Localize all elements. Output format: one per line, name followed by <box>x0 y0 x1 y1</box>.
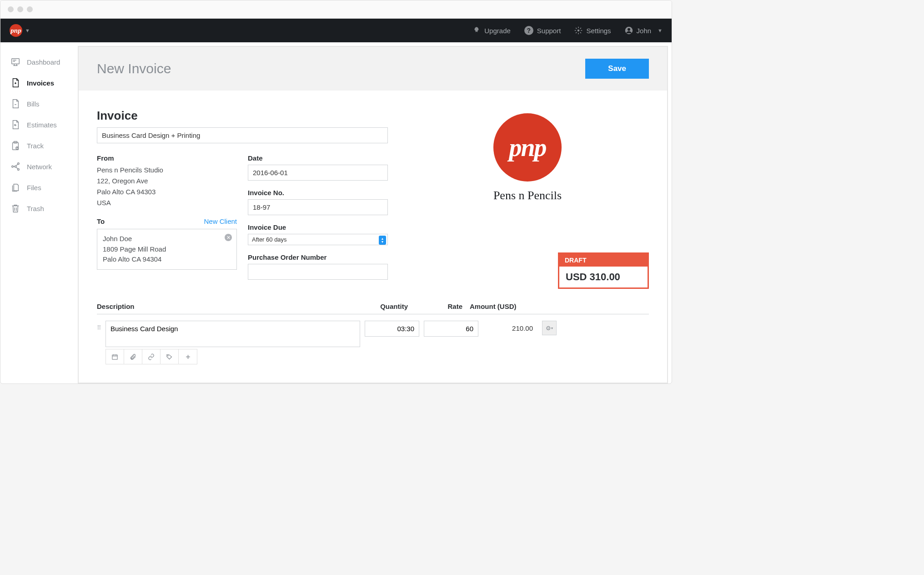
bills-icon <box>10 99 20 109</box>
total-amount: USD 310.00 <box>559 267 648 288</box>
sidebar-item-label: Trash <box>27 205 44 212</box>
sidebar-item-label: Files <box>27 184 41 192</box>
sidebar-item-track[interactable]: Track <box>0 135 78 156</box>
po-label: Purchase Order Number <box>248 253 388 261</box>
support-label: Support <box>537 27 561 35</box>
status-badge: DRAFT <box>559 254 648 267</box>
rocket-icon <box>472 26 481 35</box>
clear-client-icon[interactable]: ✕ <box>225 234 232 241</box>
invoice-due-select[interactable] <box>248 234 388 245</box>
to-line: John Doe <box>103 234 231 244</box>
date-input[interactable] <box>248 165 388 181</box>
dashboard-icon <box>10 57 20 67</box>
svg-point-12 <box>168 355 168 356</box>
page-title: New Invoice <box>97 61 171 76</box>
invoice-total-box: DRAFT USD 310.00 <box>558 252 649 289</box>
client-box[interactable]: John Doe 1809 Page Mill Road Palo Alto C… <box>97 229 237 270</box>
app-logo[interactable]: pnp <box>10 24 22 37</box>
sidebar-item-dashboard[interactable]: Dashboard <box>0 51 78 72</box>
save-button[interactable]: Save <box>585 59 649 79</box>
network-icon <box>10 161 20 171</box>
panel-header: New Invoice Save <box>79 47 667 91</box>
trash-icon <box>10 203 20 213</box>
sidebar-item-label: Estimates <box>27 121 57 129</box>
from-line: Pens n Pencils Studio <box>97 165 237 176</box>
svg-rect-3 <box>12 59 20 64</box>
chevron-down-icon[interactable]: ▼ <box>25 28 30 33</box>
from-address: Pens n Pencils Studio 122, Oregon Ave Pa… <box>97 165 237 208</box>
support-link[interactable]: ? Support <box>524 26 561 35</box>
user-menu[interactable]: John ▼ <box>625 26 663 35</box>
svg-rect-11 <box>112 355 117 359</box>
item-toolbar <box>105 349 197 364</box>
invoices-icon <box>10 78 20 88</box>
invoice-section-title: Invoice <box>97 109 388 123</box>
track-icon <box>10 141 20 151</box>
link-icon[interactable] <box>142 349 161 364</box>
company-name: Pens n Pencils <box>493 189 562 202</box>
invoice-due-label: Invoice Due <box>248 223 388 231</box>
upgrade-link[interactable]: Upgrade <box>472 26 511 35</box>
sidebar-item-label: Network <box>27 163 52 171</box>
invoice-title-input[interactable] <box>97 127 388 143</box>
window-dot <box>8 6 14 12</box>
chevron-down-icon: ▼ <box>658 28 663 33</box>
sidebar-item-label: Track <box>27 142 44 150</box>
to-label: To <box>97 217 105 225</box>
estimates-icon <box>10 120 20 130</box>
files-icon <box>10 182 20 192</box>
po-input[interactable] <box>248 264 388 280</box>
to-line: 1809 Page Mill Road <box>103 244 231 255</box>
sidebar-item-label: Bills <box>27 100 40 108</box>
invoice-no-input[interactable] <box>248 199 388 215</box>
col-rate: Rate <box>415 303 470 310</box>
settings-link[interactable]: Settings <box>574 26 611 35</box>
upgrade-label: Upgrade <box>484 27 511 35</box>
item-gear-menu[interactable]: ⚙▾ <box>542 321 557 335</box>
new-client-link[interactable]: New Client <box>204 217 237 225</box>
tag-icon[interactable] <box>161 349 179 364</box>
sidebar-item-trash[interactable]: Trash <box>0 198 78 219</box>
sidebar-item-estimates[interactable]: Estimates <box>0 114 78 135</box>
attachment-icon[interactable] <box>124 349 142 364</box>
to-line: Palo Alto CA 94304 <box>103 254 231 265</box>
drag-handle-icon[interactable]: ⠿ <box>97 321 101 331</box>
window-dot <box>17 6 23 12</box>
svg-point-2 <box>628 28 630 31</box>
from-label: From <box>97 154 237 162</box>
col-quantity: Quantity <box>356 303 415 310</box>
col-amount: Amount (USD) <box>470 303 538 310</box>
question-icon: ? <box>524 26 533 35</box>
sidebar: Dashboard Invoices Bills Estimates Track… <box>0 42 78 383</box>
window-titlebar <box>0 0 672 19</box>
calendar-icon[interactable] <box>106 349 124 364</box>
sidebar-item-network[interactable]: Network <box>0 156 78 177</box>
sidebar-item-invoices[interactable]: Invoices <box>0 72 78 93</box>
logo-text: pnp <box>10 27 21 35</box>
date-label: Date <box>248 154 388 162</box>
item-rate-input[interactable] <box>424 321 478 337</box>
logo-text: pnp <box>509 133 546 162</box>
from-line: USA <box>97 197 237 208</box>
from-line: Palo Alto CA 94303 <box>97 187 237 197</box>
sidebar-item-files[interactable]: Files <box>0 177 78 198</box>
col-description: Description <box>97 303 356 310</box>
window-dot <box>27 6 33 12</box>
item-row: ⠿ <box>97 321 649 364</box>
item-quantity-input[interactable] <box>365 321 419 337</box>
invoice-no-label: Invoice No. <box>248 189 388 197</box>
item-amount: 210.00 <box>483 321 537 336</box>
gear-icon <box>574 26 583 35</box>
svg-rect-5 <box>13 143 19 150</box>
items-header: Description Quantity Rate Amount (USD) <box>97 303 649 314</box>
from-line: 122, Oregon Ave <box>97 176 237 187</box>
user-name: John <box>637 27 652 35</box>
select-arrows-icon[interactable]: ▲▼ <box>379 236 386 245</box>
svg-point-7 <box>12 166 14 167</box>
item-description-input[interactable] <box>105 321 360 347</box>
sidebar-item-bills[interactable]: Bills <box>0 93 78 114</box>
company-logo: pnp <box>493 113 562 182</box>
svg-point-0 <box>578 30 580 32</box>
sidebar-item-label: Dashboard <box>27 58 60 66</box>
add-icon[interactable] <box>179 349 197 364</box>
